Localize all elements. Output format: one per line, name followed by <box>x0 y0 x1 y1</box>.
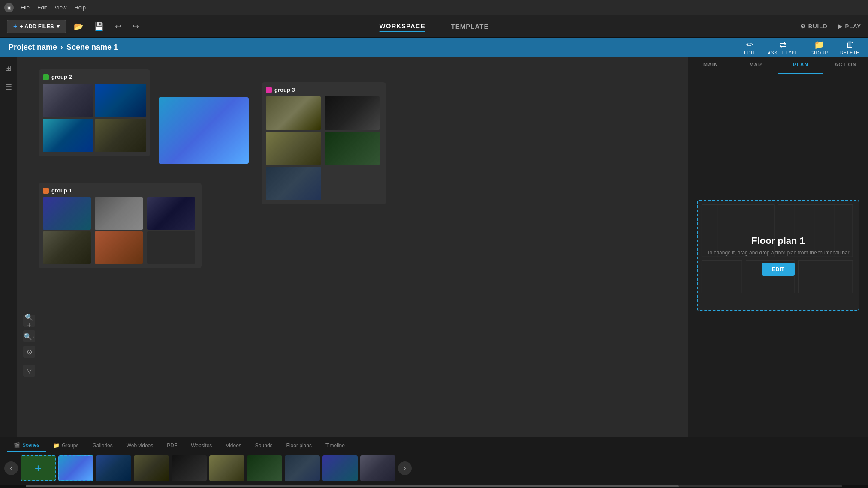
undo-button[interactable]: ↩ <box>112 20 125 33</box>
toolbar: + + ADD FILES ▾ 📂 💾 ↩ ↪ WORKSPACE TEMPLA… <box>0 15 868 38</box>
thumb-8[interactable] <box>322 455 358 481</box>
workspace-tab[interactable]: WORKSPACE <box>380 21 425 32</box>
menu-edit[interactable]: Edit <box>37 4 47 11</box>
group-1-img-1[interactable] <box>43 197 91 230</box>
bottom-area: 🎬 Scenes 📁 Groups Galleries Web videos P… <box>0 437 868 488</box>
thumb-7[interactable] <box>285 455 320 481</box>
template-tab[interactable]: TEMPLATE <box>451 21 489 32</box>
project-name[interactable]: Project name <box>9 43 57 52</box>
group-1-images <box>43 197 197 264</box>
sidebar-layers-icon[interactable]: ☰ <box>3 81 14 93</box>
tab-plan[interactable]: PLAN <box>778 57 823 74</box>
scenes-label: Scenes <box>22 442 39 448</box>
menu-view[interactable]: View <box>54 4 66 11</box>
group-3-img-1[interactable] <box>266 96 321 130</box>
tab-action[interactable]: ACTION <box>823 57 868 74</box>
group-1-img-5[interactable] <box>95 231 143 264</box>
tab-main[interactable]: MAIN <box>688 57 733 74</box>
edit-label: EDIT <box>744 51 756 55</box>
websites-label: Websites <box>191 443 212 449</box>
floor-plan-container: Floor plan 1 To change it, drag and drop… <box>688 74 868 437</box>
group-1-img-3[interactable] <box>147 197 195 230</box>
tab-videos[interactable]: Videos <box>219 440 248 451</box>
tab-websites[interactable]: Websites <box>184 440 219 451</box>
menu-file[interactable]: File <box>21 4 30 11</box>
thumb-add[interactable]: + <box>21 455 56 481</box>
group-1-img-2[interactable] <box>95 197 143 230</box>
thumb-prev-button[interactable]: ‹ <box>4 461 18 475</box>
tab-scenes[interactable]: 🎬 Scenes <box>7 440 46 452</box>
sidebar-scene-icon[interactable]: ⊞ <box>3 62 13 75</box>
app-icon: ▣ <box>4 3 14 12</box>
tab-galleries[interactable]: Galleries <box>85 440 119 451</box>
galleries-label: Galleries <box>92 443 112 449</box>
build-button[interactable]: ⚙ BUILD <box>800 23 828 30</box>
tab-sounds[interactable]: Sounds <box>248 440 280 451</box>
scene-name[interactable]: Scene name 1 <box>66 43 118 52</box>
group-3-header: group 3 <box>266 87 382 93</box>
zoom-out-button[interactable]: 🔍- <box>23 330 35 342</box>
group-icon: 📁 <box>814 39 825 50</box>
thumb-5[interactable] <box>209 455 244 481</box>
scrollbar-thumb <box>26 485 679 487</box>
toolbar-left: + + ADD FILES ▾ 📂 💾 ↩ ↪ <box>7 20 142 33</box>
group-3-img-4[interactable] <box>325 132 380 165</box>
zoom-controls: 🔍+ 🔍- ⊙ ▽ <box>23 315 35 377</box>
blue-box[interactable] <box>159 97 249 164</box>
thumb-9[interactable] <box>360 455 395 481</box>
group-label: GROUP <box>810 51 828 55</box>
group-2-img-3[interactable] <box>43 119 93 152</box>
build-icon: ⚙ <box>800 23 806 30</box>
scenes-icon: 🎬 <box>14 442 20 448</box>
edit-icon: ✏ <box>746 39 753 50</box>
zoom-fit-button[interactable]: ⊙ <box>23 346 35 358</box>
open-folder-button[interactable]: 📂 <box>70 20 87 33</box>
group-1-img-4[interactable] <box>43 231 91 264</box>
asset-type-label: ASSET TYPE <box>768 51 798 55</box>
delete-action[interactable]: 🗑 DELETE <box>840 39 859 55</box>
play-button[interactable]: ▶ PLAY <box>838 23 861 30</box>
group-3-color <box>266 87 272 93</box>
group-3-img-2[interactable] <box>325 96 380 130</box>
scrollbar-area[interactable] <box>0 485 868 488</box>
tab-floor-plans[interactable]: Floor plans <box>280 440 319 451</box>
redo-button[interactable]: ↪ <box>129 20 142 33</box>
thumb-next-button[interactable]: › <box>398 461 412 475</box>
edit-action[interactable]: ✏ EDIT <box>744 39 756 55</box>
group-2-img-1[interactable] <box>43 84 93 117</box>
floor-plan-subtitle: To change it, drag and drop a floor plan… <box>707 250 849 256</box>
tab-groups[interactable]: 📁 Groups <box>46 440 85 451</box>
group-action[interactable]: 📁 GROUP <box>810 39 828 55</box>
group-2-img-4[interactable] <box>95 119 146 152</box>
right-panel-tabs: MAIN MAP PLAN ACTION <box>688 57 868 74</box>
videos-label: Videos <box>226 443 241 449</box>
group-3-img-5[interactable] <box>266 167 321 200</box>
asset-type-icon: ⇄ <box>779 39 787 50</box>
floor-plan-edit-button[interactable]: EDIT <box>762 263 795 276</box>
play-icon: ▶ <box>838 23 843 30</box>
canvas-area: group 2 group 3 <box>17 57 688 437</box>
group-3-images <box>266 96 382 165</box>
asset-type-action[interactable]: ⇄ ASSET TYPE <box>768 39 798 55</box>
thumb-1[interactable] <box>58 455 93 481</box>
group-2: group 2 <box>39 69 150 156</box>
save-button[interactable]: 💾 <box>91 20 107 33</box>
tab-timeline[interactable]: Timeline <box>319 440 352 451</box>
timeline-label: Timeline <box>326 443 345 449</box>
add-files-button[interactable]: + + ADD FILES ▾ <box>7 20 66 33</box>
thumb-6[interactable] <box>247 455 282 481</box>
thumb-2[interactable] <box>96 455 131 481</box>
tab-web-videos[interactable]: Web videos <box>120 440 160 451</box>
group-3-img-3[interactable] <box>266 132 321 165</box>
add-icon: + <box>13 23 17 30</box>
filter-button[interactable]: ▽ <box>23 365 35 377</box>
sounds-label: Sounds <box>255 443 273 449</box>
tab-pdf[interactable]: PDF <box>160 440 184 451</box>
menu-help[interactable]: Help <box>74 4 86 11</box>
thumb-4[interactable] <box>172 455 207 481</box>
thumb-3[interactable] <box>134 455 169 481</box>
tab-map[interactable]: MAP <box>733 57 778 74</box>
group-2-img-2[interactable] <box>95 84 146 117</box>
zoom-in-button[interactable]: 🔍+ <box>23 315 35 327</box>
breadcrumb-actions: ✏ EDIT ⇄ ASSET TYPE 📁 GROUP 🗑 DELETE <box>744 39 859 55</box>
